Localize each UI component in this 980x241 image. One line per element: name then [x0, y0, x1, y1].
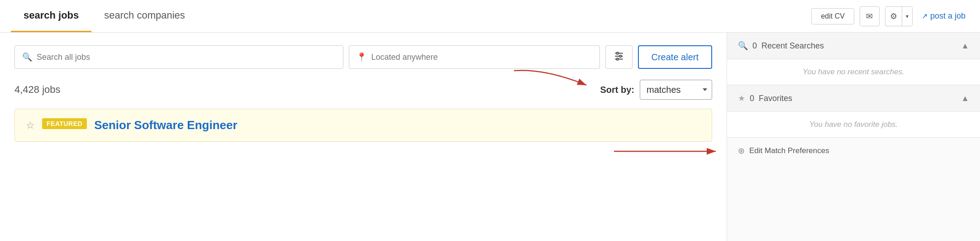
svg-point-4 — [619, 55, 621, 57]
mail-icon: ✉ — [866, 11, 873, 21]
star-icon: ★ — [738, 93, 745, 103]
svg-point-5 — [616, 58, 618, 60]
tab-search-companies[interactable]: search companies — [91, 0, 198, 32]
recent-searches-header: 🔍 0 Recent Searches ▲ — [727, 33, 980, 59]
main-area: 🔍 📍 — [0, 33, 980, 241]
recent-searches-title: 🔍 0 Recent Searches — [738, 41, 824, 51]
featured-badge: FEATURED — [42, 118, 87, 129]
favorites-count: 0 Favorites — [750, 94, 792, 103]
nav-right-controls: edit CV ✉ ⚙ ▾ ↗ post a job — [811, 0, 969, 32]
recent-searches-empty: You have no recent searches. — [727, 59, 980, 85]
sort-label: Sort by: — [600, 85, 634, 95]
match-preferences-icon: ⊛ — [738, 146, 745, 156]
jobs-count: 4,428 jobs — [14, 84, 61, 96]
sidebar-right: 🔍 0 Recent Searches ▲ You have no recent… — [727, 33, 980, 241]
favorites-section: ★ 0 Favorites ▲ You have no favorite job… — [727, 85, 980, 138]
external-link-icon: ↗ — [922, 12, 928, 20]
job-title-link[interactable]: Senior Software Engineer — [94, 118, 237, 132]
filter-button[interactable] — [605, 45, 633, 69]
job-search-input-wrap[interactable]: 🔍 — [14, 45, 343, 69]
job-search-input[interactable] — [37, 53, 336, 62]
mail-button[interactable]: ✉ — [860, 6, 880, 26]
location-icon: 📍 — [357, 52, 366, 62]
featured-job-card: ☆ FEATURED Senior Software Engineer — [14, 109, 712, 142]
post-job-button[interactable]: ↗ post a job — [918, 11, 969, 21]
edit-match-section: ⊛ Edit Match Preferences — [727, 138, 980, 164]
create-alert-button[interactable]: Create alert — [638, 45, 713, 69]
favorites-empty: You have no favorite jobs. — [727, 112, 980, 137]
sort-select[interactable]: matches date relevance — [640, 80, 712, 100]
edit-cv-button[interactable]: edit CV — [811, 8, 854, 24]
arrow-annotation — [509, 66, 595, 95]
gear-button-group: ⚙ ▾ — [885, 6, 913, 26]
search-icon: 🔍 — [22, 52, 32, 62]
gear-icon: ⚙ — [890, 11, 897, 21]
favorites-collapse-button[interactable]: ▲ — [961, 94, 969, 103]
location-input[interactable] — [371, 53, 592, 62]
search-bar-row: 🔍 📍 — [14, 45, 712, 69]
nav-tabs: search jobs search companies — [11, 0, 198, 32]
search-small-icon: 🔍 — [738, 41, 748, 51]
edit-match-preferences-link[interactable]: ⊛ Edit Match Preferences — [727, 138, 980, 164]
top-navigation: search jobs search companies edit CV ✉ ⚙… — [0, 0, 980, 33]
gear-button[interactable]: ⚙ — [885, 7, 902, 26]
recent-searches-section: 🔍 0 Recent Searches ▲ You have no recent… — [727, 33, 980, 85]
recent-searches-collapse-button[interactable]: ▲ — [961, 41, 969, 51]
sort-row: Sort by: matches date relevance — [600, 80, 712, 100]
tab-search-jobs[interactable]: search jobs — [11, 0, 91, 32]
chevron-up-icon: ▲ — [961, 41, 969, 50]
content-left: 🔍 📍 — [0, 33, 727, 241]
location-input-wrap[interactable]: 📍 — [349, 45, 599, 69]
chevron-down-icon: ▾ — [906, 13, 909, 19]
results-row: 4,428 jobs — [14, 80, 712, 100]
favorites-title: ★ 0 Favorites — [738, 93, 792, 103]
svg-point-3 — [616, 52, 618, 54]
favorite-star-icon[interactable]: ☆ — [26, 120, 35, 131]
filter-icon — [613, 50, 625, 64]
favorites-header: ★ 0 Favorites ▲ — [727, 85, 980, 112]
gear-dropdown-button[interactable]: ▾ — [902, 7, 912, 26]
chevron-up-icon: ▲ — [961, 94, 969, 103]
recent-searches-count: 0 Recent Searches — [752, 41, 824, 51]
